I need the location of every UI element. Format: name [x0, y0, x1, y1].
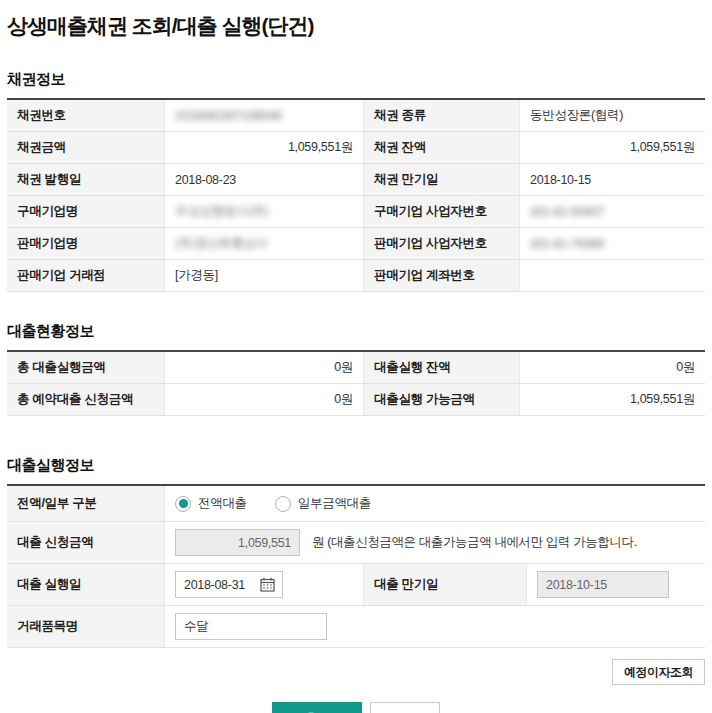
field-label: 대출실행 가능금액: [363, 384, 519, 415]
exec-date-input[interactable]: [176, 572, 254, 597]
field-value: 0원: [164, 352, 363, 383]
interest-button-row: 예정이자조회: [7, 659, 705, 685]
loan-status-table: 총 대출실행금액 0원 대출실행 잔액 0원 총 예약대출 신청금액 0원 대출…: [7, 350, 705, 416]
page-title: 상생매출채권 조회/대출 실행(단건): [7, 12, 705, 40]
field-value: 0원: [519, 352, 705, 383]
calendar-icon[interactable]: [254, 572, 280, 597]
expected-interest-button[interactable]: 예정이자조회: [612, 659, 705, 685]
bottom-actions: 대출실행 취소: [7, 702, 705, 713]
table-row: 판매기업 거래점 [가경동] 판매기업 계좌번호: [7, 260, 705, 292]
exec-date-field: [175, 571, 283, 598]
field-label: 채권 잔액: [363, 132, 519, 163]
radio-unselected-icon[interactable]: [275, 496, 291, 512]
field-label: 대출실행 잔액: [363, 352, 519, 383]
field-value: [가경동]: [164, 260, 363, 291]
blurred-value: (주)청산유통상사: [175, 235, 268, 252]
field-label: 판매기업명: [7, 228, 164, 259]
table-row: 채권번호 2018082307108549 채권 종류 동반성장론(협력): [7, 100, 705, 132]
field-value: 1,059,551원: [519, 132, 705, 163]
section-heading-loan-exec: 대출실행정보: [7, 456, 705, 475]
field-value: 1,059,551원: [519, 384, 705, 415]
field-label: 채권 종류: [363, 100, 519, 131]
blurred-value: 301-81-76389: [530, 237, 604, 251]
blurred-value: 301-81-50407: [530, 205, 604, 219]
field-value: 2018-10-15: [519, 164, 705, 195]
table-row: 구매기업명 우성상행랑스(주) 구매기업 사업자번호 301-81-50407: [7, 196, 705, 228]
table-row: 대출 신청금액 원 (대출신청금액은 대출가능금액 내에서만 입력 가능합니다.: [7, 522, 705, 564]
field-value: 2018-08-23: [164, 164, 363, 195]
loan-type-radio-group: 전액대출 일부금액대출: [175, 495, 371, 512]
field-label: 판매기업 거래점: [7, 260, 164, 291]
table-row: 전액/일부 구분 전액대출 일부금액대출: [7, 486, 705, 522]
section-heading-bond-info: 채권정보: [7, 70, 705, 89]
blurred-value: 우성상행랑스(주): [175, 203, 268, 220]
loan-amount-input[interactable]: [175, 529, 300, 556]
field-label: 채권번호: [7, 100, 164, 131]
field-value: 0원: [164, 384, 363, 415]
table-row: 대출 실행일 대출 만기일: [7, 564, 705, 606]
radio-full-loan[interactable]: 전액대출: [175, 495, 247, 512]
field-label: 대출 신청금액: [7, 522, 164, 563]
field-label: 채권 만기일: [363, 164, 519, 195]
field-label: 전액/일부 구분: [7, 486, 164, 521]
item-name-input[interactable]: [175, 613, 327, 640]
field-value: [519, 260, 705, 291]
table-row: 채권금액 1,059,551원 채권 잔액 1,059,551원: [7, 132, 705, 164]
blurred-value: 2018082307108549: [175, 109, 281, 123]
table-row: 거래품목명: [7, 606, 705, 648]
table-row: 총 대출실행금액 0원 대출실행 잔액 0원: [7, 352, 705, 384]
bond-info-table: 채권번호 2018082307108549 채권 종류 동반성장론(협력) 채권…: [7, 98, 705, 292]
field-label: 판매기업 사업자번호: [363, 228, 519, 259]
field-label: 대출 실행일: [7, 564, 164, 605]
field-label: 채권금액: [7, 132, 164, 163]
field-value: 동반성장론(협력): [519, 100, 705, 131]
radio-label: 전액대출: [198, 495, 247, 512]
table-row: 채권 발행일 2018-08-23 채권 만기일 2018-10-15: [7, 164, 705, 196]
maturity-date-input[interactable]: [537, 571, 669, 598]
field-label: 구매기업명: [7, 196, 164, 227]
execute-loan-button[interactable]: 대출실행: [272, 702, 362, 713]
field-label: 대출 만기일: [363, 564, 526, 605]
table-row: 총 예약대출 신청금액 0원 대출실행 가능금액 1,059,551원: [7, 384, 705, 416]
field-value: 1,059,551원: [164, 132, 363, 163]
field-label: 총 대출실행금액: [7, 352, 164, 383]
amount-note: 원 (대출신청금액은 대출가능금액 내에서만 입력 가능합니다.: [312, 534, 637, 551]
field-label: 거래품목명: [7, 606, 164, 647]
field-label: 구매기업 사업자번호: [363, 196, 519, 227]
radio-partial-loan[interactable]: 일부금액대출: [275, 495, 371, 512]
field-label: 판매기업 계좌번호: [363, 260, 519, 291]
radio-selected-icon[interactable]: [175, 496, 191, 512]
radio-label: 일부금액대출: [298, 495, 371, 512]
section-heading-loan-status: 대출현황정보: [7, 322, 705, 341]
cancel-button[interactable]: 취소: [370, 702, 440, 713]
field-label: 채권 발행일: [7, 164, 164, 195]
loan-exec-table: 전액/일부 구분 전액대출 일부금액대출 대출 신청금액 원 (대출신청금액은 …: [7, 484, 705, 648]
table-row: 판매기업명 (주)청산유통상사 판매기업 사업자번호 301-81-76389: [7, 228, 705, 260]
field-label: 총 예약대출 신청금액: [7, 384, 164, 415]
